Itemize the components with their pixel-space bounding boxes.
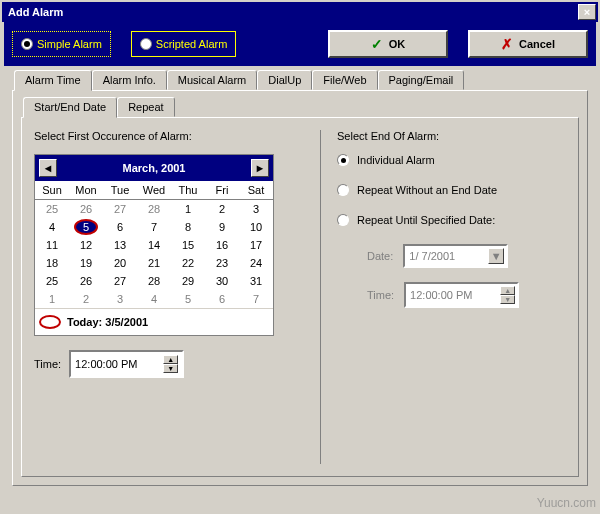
- radio-icon: [337, 214, 349, 226]
- calendar-day[interactable]: 16: [205, 236, 239, 254]
- time-spinner: ▲ ▼: [163, 355, 178, 373]
- calendar-day-header: Sat: [239, 181, 273, 200]
- content-area: Alarm TimeAlarm Info.Musical AlarmDialUp…: [2, 66, 598, 496]
- end-time-input[interactable]: 12:00:00 PM ▲ ▼: [404, 282, 519, 308]
- subtab-body: Select First Occurence of Alarm: ◄ March…: [21, 117, 579, 477]
- calendar-day[interactable]: 5: [69, 218, 103, 236]
- calendar-day[interactable]: 30: [205, 272, 239, 290]
- spin-up-button[interactable]: ▲: [500, 286, 515, 295]
- calendar-day[interactable]: 13: [103, 236, 137, 254]
- end-date-row: Date: 1/ 7/2001 ▼: [367, 244, 566, 268]
- calendar-day[interactable]: 27: [103, 200, 137, 219]
- tab-alarm-time[interactable]: Alarm Time: [14, 70, 92, 91]
- calendar: ◄ March, 2001 ► SunMonTueWedThuFriSat 25…: [34, 154, 274, 336]
- calendar-day[interactable]: 4: [35, 218, 69, 236]
- first-occurrence-section: Select First Occurence of Alarm: ◄ March…: [34, 130, 304, 464]
- dropdown-button[interactable]: ▼: [488, 248, 504, 264]
- calendar-day[interactable]: 29: [171, 272, 205, 290]
- tab-musical-alarm[interactable]: Musical Alarm: [167, 70, 257, 90]
- radio-label: Individual Alarm: [357, 154, 435, 166]
- calendar-day[interactable]: 15: [171, 236, 205, 254]
- calendar-day[interactable]: 9: [205, 218, 239, 236]
- tab-alarm-info-[interactable]: Alarm Info.: [92, 70, 167, 90]
- spin-up-button[interactable]: ▲: [163, 355, 178, 364]
- calendar-day[interactable]: 11: [35, 236, 69, 254]
- tab-body: Start/End DateRepeat Select First Occure…: [12, 90, 588, 486]
- radio-label: Simple Alarm: [37, 38, 102, 50]
- subtab-repeat[interactable]: Repeat: [117, 97, 174, 117]
- calendar-day[interactable]: 28: [137, 272, 171, 290]
- until-date-radio[interactable]: Repeat Until Specified Date:: [337, 214, 566, 226]
- calendar-day[interactable]: 22: [171, 254, 205, 272]
- individual-alarm-radio[interactable]: Individual Alarm: [337, 154, 566, 166]
- first-time-input[interactable]: 12:00:00 PM ▲ ▼: [69, 350, 184, 378]
- next-month-button[interactable]: ►: [251, 159, 269, 177]
- cancel-label: Cancel: [519, 38, 555, 50]
- calendar-day[interactable]: 8: [171, 218, 205, 236]
- calendar-day-header: Mon: [69, 181, 103, 200]
- tab-dialup[interactable]: DialUp: [257, 70, 312, 90]
- calendar-day[interactable]: 1: [171, 200, 205, 219]
- today-link[interactable]: Today: 3/5/2001: [35, 308, 273, 335]
- calendar-day[interactable]: 5: [171, 290, 205, 308]
- calendar-day[interactable]: 27: [103, 272, 137, 290]
- calendar-day[interactable]: 18: [35, 254, 69, 272]
- calendar-day-header: Tue: [103, 181, 137, 200]
- end-date-input[interactable]: 1/ 7/2001 ▼: [403, 244, 508, 268]
- calendar-day[interactable]: 19: [69, 254, 103, 272]
- tab-paging-email[interactable]: Paging/Email: [378, 70, 465, 90]
- cancel-button[interactable]: ✗ Cancel: [468, 30, 588, 58]
- spin-down-button[interactable]: ▼: [500, 295, 515, 304]
- simple-alarm-radio[interactable]: Simple Alarm: [12, 31, 111, 57]
- calendar-day[interactable]: 7: [137, 218, 171, 236]
- calendar-day[interactable]: 2: [69, 290, 103, 308]
- spin-down-button[interactable]: ▼: [163, 364, 178, 373]
- triangle-right-icon: ►: [255, 162, 266, 174]
- calendar-day[interactable]: 2: [205, 200, 239, 219]
- close-icon: ×: [584, 6, 590, 18]
- close-button[interactable]: ×: [578, 4, 596, 20]
- calendar-day[interactable]: 26: [69, 272, 103, 290]
- time-value: 12:00:00 PM: [410, 289, 472, 301]
- calendar-day[interactable]: 14: [137, 236, 171, 254]
- calendar-day[interactable]: 3: [239, 200, 273, 219]
- calendar-day[interactable]: 28: [137, 200, 171, 219]
- calendar-day[interactable]: 12: [69, 236, 103, 254]
- radio-icon: [337, 154, 349, 166]
- calendar-day[interactable]: 25: [35, 200, 69, 219]
- calendar-day[interactable]: 31: [239, 272, 273, 290]
- x-icon: ✗: [501, 36, 513, 52]
- time-spinner: ▲ ▼: [500, 286, 515, 304]
- calendar-day[interactable]: 6: [103, 218, 137, 236]
- no-end-date-radio[interactable]: Repeat Without an End Date: [337, 184, 566, 196]
- calendar-day[interactable]: 4: [137, 290, 171, 308]
- radio-label: Repeat Without an End Date: [357, 184, 497, 196]
- subtab-start-end-date[interactable]: Start/End Date: [23, 97, 117, 118]
- today-oval-icon: [39, 315, 61, 329]
- calendar-day[interactable]: 17: [239, 236, 273, 254]
- end-of-alarm-section: Select End Of Alarm: Individual Alarm Re…: [320, 130, 566, 464]
- calendar-day-header: Wed: [137, 181, 171, 200]
- date-value: 1/ 7/2001: [409, 250, 455, 262]
- time-label: Time:: [367, 289, 394, 301]
- calendar-day[interactable]: 7: [239, 290, 273, 308]
- triangle-left-icon: ◄: [43, 162, 54, 174]
- calendar-day[interactable]: 3: [103, 290, 137, 308]
- calendar-day[interactable]: 24: [239, 254, 273, 272]
- calendar-day[interactable]: 10: [239, 218, 273, 236]
- scripted-alarm-radio[interactable]: Scripted Alarm: [131, 31, 237, 57]
- calendar-day[interactable]: 21: [137, 254, 171, 272]
- prev-month-button[interactable]: ◄: [39, 159, 57, 177]
- window-title: Add Alarm: [8, 6, 63, 18]
- calendar-day[interactable]: 6: [205, 290, 239, 308]
- radio-icon: [337, 184, 349, 196]
- calendar-day[interactable]: 1: [35, 290, 69, 308]
- ok-button[interactable]: ✓ OK: [328, 30, 448, 58]
- calendar-day[interactable]: 20: [103, 254, 137, 272]
- ok-label: OK: [389, 38, 406, 50]
- calendar-day[interactable]: 25: [35, 272, 69, 290]
- calendar-day[interactable]: 23: [205, 254, 239, 272]
- calendar-day[interactable]: 26: [69, 200, 103, 219]
- tab-file-web[interactable]: File/Web: [312, 70, 377, 90]
- radio-icon: [140, 38, 152, 50]
